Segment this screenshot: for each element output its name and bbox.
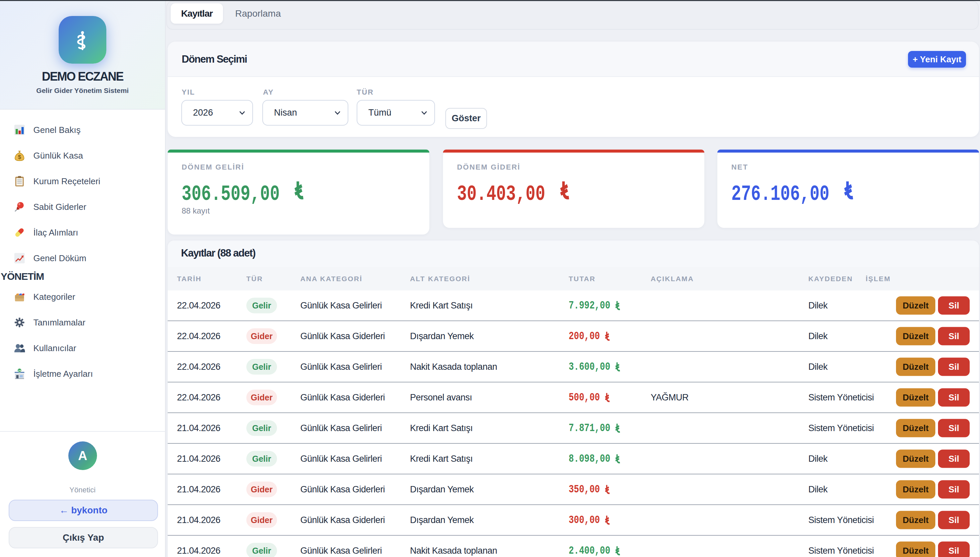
- svg-text:24: 24: [18, 369, 21, 372]
- svg-text:$: $: [18, 153, 21, 160]
